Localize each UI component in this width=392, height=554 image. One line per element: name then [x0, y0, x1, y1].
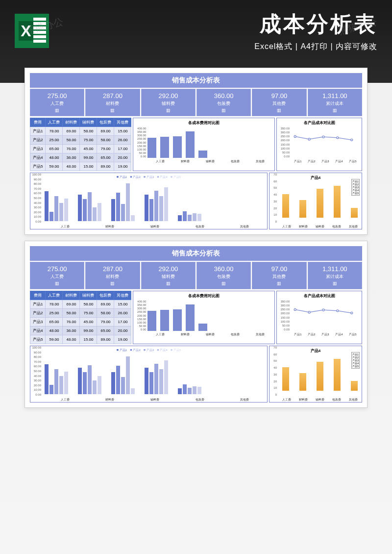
- table-row: 产品365.0076.0045.0079.0017.00: [30, 318, 131, 327]
- sheet-title: 销售成本分析表: [30, 246, 362, 261]
- summary-cell: 1,311.00累计成本▥: [308, 89, 362, 116]
- bar: [186, 131, 195, 158]
- grouped-bar-chart: 产品1产品2产品3产品4产品5 100.0090.0080.0070.0060.…: [30, 173, 268, 229]
- cost-bar-chart: 各成本费用对比图 400.00350.00300.00250.00200.001…: [133, 118, 275, 171]
- summary-cell: 275.00人工费▥: [30, 262, 84, 289]
- summary-cell: 275.00人工费▥: [30, 89, 84, 116]
- bar: [173, 136, 182, 158]
- table-row: 产品365.0076.0045.0079.0017.00: [30, 145, 131, 153]
- summary-cell: 287.00材料费▥: [85, 262, 140, 289]
- bar: [173, 309, 182, 331]
- summary-row: 275.00人工费▥287.00材料费▥292.00辅料费▥360.00包装费▥…: [30, 89, 362, 116]
- page-subtitle: Excel格式 | A4打印 | 内容可修改: [56, 42, 377, 52]
- table-row: 产品178.0069.0058.0069.0015.00: [30, 127, 131, 136]
- summary-cell: 287.00材料费▥: [85, 89, 140, 116]
- bar: [198, 151, 207, 158]
- bar: [160, 137, 169, 158]
- svg-point-5: [294, 308, 296, 310]
- summary-cell: 292.00辅料费▥: [141, 262, 196, 289]
- table-row: 产品225.0058.0075.0058.0026.00: [30, 309, 131, 318]
- table-header: 费用: [30, 118, 46, 127]
- sheet-title: 销售成本分析表: [30, 73, 362, 88]
- page-title: 成本分析表: [56, 10, 377, 39]
- header: 成本分析表 Excel格式 | A4打印 | 内容可修改: [0, 0, 392, 62]
- table-header: 包装费: [97, 291, 114, 300]
- summary-cell: 1,311.00累计成本▥: [308, 262, 362, 289]
- table-row: 产品178.0069.0058.0069.0015.00: [30, 300, 131, 309]
- table-header: 其他费: [114, 118, 131, 127]
- cost-bar-chart: 各成本费用对比图 400.00350.00300.00250.00200.001…: [133, 291, 275, 344]
- svg-point-6: [308, 311, 310, 313]
- bar-group: [45, 364, 68, 394]
- bar: [317, 362, 323, 391]
- product4-chart: 产品4 产品1产品2产品3产品4产品5 706050403020100人工费材料…: [269, 173, 362, 229]
- bar: [351, 208, 358, 218]
- bar: [317, 189, 323, 218]
- grouped-bar-chart: 产品1产品2产品3产品4产品5 100.0090.0080.0070.0060.…: [30, 346, 268, 403]
- table-row: 产品559.0048.0015.0089.0019.00: [30, 335, 131, 344]
- cost-table: 费用人工费材料费辅料费包装费其他费产品178.0069.0058.0069.00…: [30, 291, 131, 344]
- svg-point-3: [337, 137, 339, 139]
- bar-group: [178, 211, 201, 221]
- bar-group: [111, 356, 135, 394]
- table-header: 费用: [30, 291, 46, 300]
- sheet-page: 熊猫办公 熊猫办公 销售成本分析表 275.00人工费▥287.00材料费▥29…: [24, 241, 368, 408]
- bar: [299, 200, 306, 218]
- bar: [282, 367, 289, 391]
- summary-cell: 360.00包装费▥: [196, 262, 251, 289]
- table-header: 人工费: [46, 118, 63, 127]
- bar: [186, 304, 195, 331]
- table-header: 包装费: [97, 118, 114, 127]
- bar-group: [111, 183, 135, 221]
- bar: [160, 310, 169, 331]
- svg-point-4: [351, 139, 353, 141]
- excel-icon: [15, 14, 49, 48]
- svg-point-2: [322, 136, 324, 138]
- svg-point-9: [351, 312, 353, 314]
- bar: [147, 311, 156, 331]
- bar: [334, 186, 341, 218]
- table-header: 材料费: [63, 118, 80, 127]
- summary-cell: 292.00辅料费▥: [141, 89, 196, 116]
- svg-point-7: [322, 309, 324, 311]
- bar-group: [45, 191, 68, 221]
- table-row: 产品448.0036.0099.0065.0020.00: [30, 153, 131, 162]
- bar: [334, 359, 341, 391]
- product-line-chart: 各产品成本对比图 350.00300.00250.00200.00150.001…: [276, 291, 362, 344]
- table-row: 产品225.0058.0075.0058.0026.00: [30, 136, 131, 145]
- bar: [351, 381, 358, 391]
- bar-group: [78, 365, 101, 394]
- bar: [198, 324, 207, 331]
- cost-table: 费用人工费材料费辅料费包装费其他费产品178.0069.0058.0069.00…: [30, 118, 131, 171]
- bar-group: [78, 192, 101, 221]
- bar-group: [178, 384, 201, 394]
- product4-chart: 产品4 产品1产品2产品3产品4产品5 706050403020100人工费材料…: [269, 346, 362, 403]
- bar: [147, 138, 156, 158]
- table-header: 材料费: [63, 291, 80, 300]
- sheet-page: 熊猫办公 熊猫办公 销售成本分析表 275.00人工费▥287.00材料费▥29…: [24, 68, 368, 235]
- product-line-chart: 各产品成本对比图 350.00300.00250.00200.00150.001…: [276, 118, 362, 171]
- table-header: 其他费: [114, 291, 131, 300]
- table-row: 产品448.0036.0099.0065.0020.00: [30, 327, 131, 335]
- bar-group: [145, 187, 168, 221]
- table-header: 辅料费: [80, 291, 97, 300]
- summary-cell: 97.00其他费▥: [252, 89, 306, 116]
- summary-row: 275.00人工费▥287.00材料费▥292.00辅料费▥360.00包装费▥…: [30, 262, 362, 289]
- bar: [299, 373, 306, 391]
- summary-cell: 97.00其他费▥: [252, 262, 306, 289]
- bar: [282, 194, 289, 218]
- table-header: 辅料费: [80, 118, 97, 127]
- table-header: 人工费: [46, 291, 63, 300]
- table-row: 产品559.0048.0015.0089.0019.00: [30, 162, 131, 171]
- summary-cell: 360.00包装费▥: [196, 89, 251, 116]
- bar-group: [145, 360, 168, 394]
- svg-point-1: [308, 138, 310, 140]
- svg-point-8: [337, 310, 339, 312]
- svg-point-0: [294, 135, 296, 137]
